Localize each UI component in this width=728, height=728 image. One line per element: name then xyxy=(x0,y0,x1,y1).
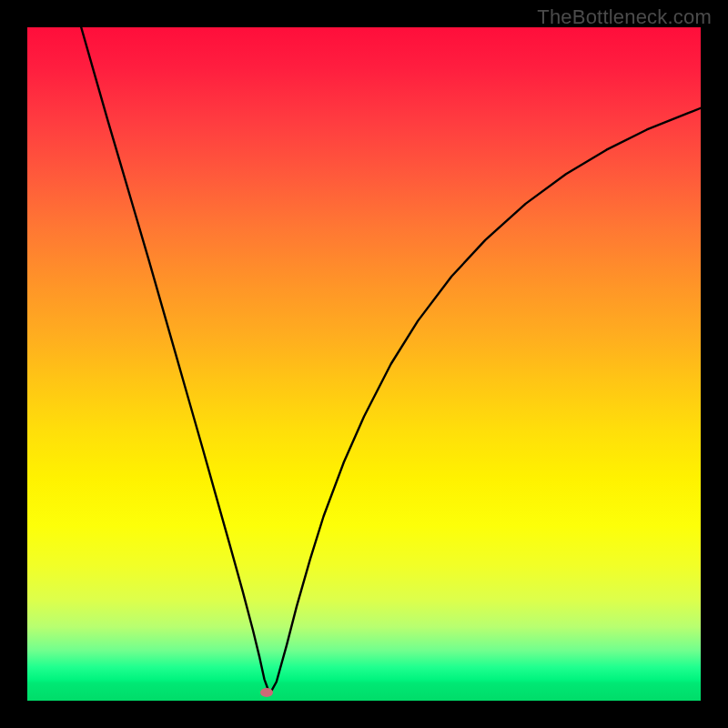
watermark-text: TheBottleneck.com xyxy=(537,5,712,29)
optimal-point-marker xyxy=(260,688,273,697)
bottleneck-curve xyxy=(27,27,701,701)
plot-area xyxy=(27,27,701,701)
chart-frame: TheBottleneck.com xyxy=(0,0,728,728)
